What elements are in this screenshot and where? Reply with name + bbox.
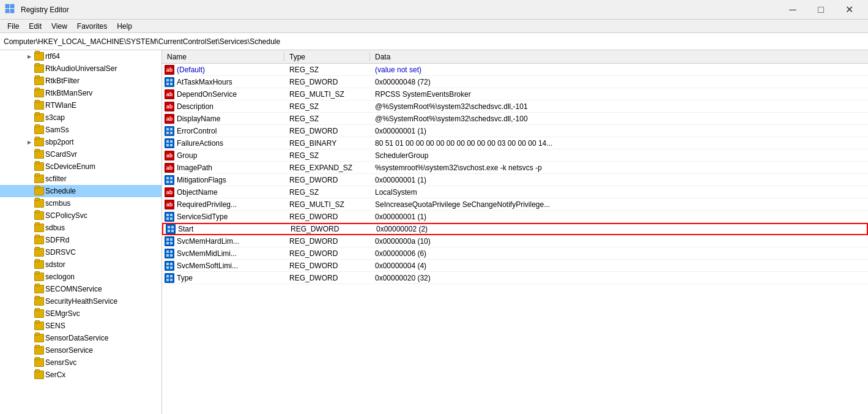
menu-file[interactable]: File — [2, 21, 24, 32]
tree-arrow-icon — [24, 358, 34, 367]
reg-cell-data: 0x00000004 (4) — [370, 262, 868, 270]
tree-item[interactable]: scmbus — [0, 197, 161, 209]
tree-item[interactable]: ▶sbp2port — [0, 136, 161, 148]
registry-row[interactable]: abGroupREG_SZSchedulerGroup — [162, 149, 868, 162]
folder-icon — [34, 260, 44, 269]
tree-item[interactable]: SECOMNService — [0, 283, 161, 295]
svg-rect-15 — [170, 144, 172, 146]
tree-item[interactable]: RtkAudioUniversalSer — [0, 62, 161, 75]
tree-item[interactable]: SensrSvc — [0, 356, 161, 369]
registry-row[interactable]: abDescriptionREG_SZ@%SystemRoot%\system3… — [162, 100, 868, 113]
svg-rect-17 — [170, 177, 172, 179]
registry-row[interactable]: StartREG_DWORD0x00000002 (2) — [162, 223, 868, 235]
reg-cell-type: REG_DWORD — [284, 127, 370, 135]
tree-item[interactable]: SensorDataService — [0, 332, 161, 344]
tree-arrow-icon — [24, 223, 34, 233]
reg-cell-data: 0x00000020 (32) — [370, 274, 868, 282]
tree-item[interactable]: SDFRd — [0, 234, 161, 246]
reg-cell-type: REG_SZ — [284, 115, 370, 123]
tree-item[interactable]: SecurityHealthService — [0, 295, 161, 307]
tree-item-label: SDFRd — [45, 236, 69, 244]
reg-cell-data: %systemroot%\system32\svchost.exe -k net… — [370, 164, 868, 172]
registry-row[interactable]: TypeREG_DWORD0x00000020 (32) — [162, 272, 868, 284]
registry-row[interactable]: abRequiredPrivileg...REG_MULTI_SZSeIncre… — [162, 198, 868, 211]
tree-item[interactable]: s3cap — [0, 111, 161, 124]
reg-cell-type: REG_DWORD — [284, 237, 370, 246]
registry-row[interactable]: SvcMemMidLimi...REG_DWORD0x00000006 (6) — [162, 247, 868, 260]
minimize-button[interactable]: ─ — [779, 0, 807, 20]
svg-rect-13 — [170, 140, 172, 143]
svg-rect-41 — [170, 275, 172, 277]
reg-icon-dw — [165, 249, 174, 258]
reg-cell-name: abRequiredPrivileg... — [162, 200, 284, 209]
reg-icon-dw — [165, 175, 174, 185]
menu-favorites[interactable]: Favorites — [72, 21, 112, 32]
menu-view[interactable]: View — [46, 21, 72, 32]
tree-panel[interactable]: ▶rtf64 RtkAudioUniversalSer RtkBtFilter … — [0, 50, 162, 414]
registry-row[interactable]: abObjectNameREG_SZLocalSystem — [162, 186, 868, 198]
reg-icon-ab: ab — [165, 89, 174, 99]
reg-cell-data: 0x00000001 (1) — [370, 127, 868, 135]
tree-item-label: seclogon — [45, 273, 75, 281]
reg-cell-data: 0x00000001 (1) — [370, 176, 868, 184]
menu-help[interactable]: Help — [112, 21, 137, 32]
col-header-name: Name — [162, 53, 284, 61]
tree-item[interactable]: scfilter — [0, 173, 161, 185]
tree-item[interactable]: SEMgrSvc — [0, 307, 161, 320]
tree-item[interactable]: SCPolicySvc — [0, 209, 161, 222]
tree-arrow-icon — [24, 247, 34, 257]
tree-item[interactable]: Schedule — [0, 185, 161, 197]
tree-item[interactable]: RtkBtFilter — [0, 75, 161, 87]
registry-row[interactable]: FailureActionsREG_BINARY80 51 01 00 00 0… — [162, 137, 868, 149]
reg-cell-name: abObjectName — [162, 187, 284, 197]
tree-item[interactable]: RtkBtManServ — [0, 87, 161, 99]
reg-icon-dw — [165, 126, 174, 136]
tree-item[interactable]: SCardSvr — [0, 148, 161, 160]
reg-icon-ab: ab — [165, 187, 174, 197]
tree-item[interactable]: ScDeviceEnum — [0, 160, 161, 173]
registry-table: ab(Default)REG_SZ(value not set)AtTaskMa… — [162, 64, 868, 284]
registry-row[interactable]: SvcMemHardLim...REG_DWORD0x0000000a (10) — [162, 235, 868, 247]
svg-rect-19 — [170, 181, 172, 183]
right-panel: Name Type Data ab(Default)REG_SZ(value n… — [162, 50, 868, 414]
svg-rect-24 — [168, 226, 170, 228]
tree-item[interactable]: SENS — [0, 320, 161, 332]
folder-icon — [34, 236, 44, 244]
tree-item[interactable]: SamSs — [0, 124, 161, 136]
svg-rect-2 — [6, 9, 9, 13]
registry-row[interactable]: abImagePathREG_EXPAND_SZ%systemroot%\sys… — [162, 162, 868, 174]
tree-item[interactable]: sdbus — [0, 222, 161, 234]
svg-rect-22 — [166, 217, 169, 220]
registry-row[interactable]: abDependOnServiceREG_MULTI_SZRPCSS Syste… — [162, 88, 868, 100]
registry-row[interactable]: ServiceSidTypeREG_DWORD0x00000001 (1) — [162, 211, 868, 223]
reg-cell-name: AtTaskMaxHours — [162, 77, 284, 87]
tree-item[interactable]: SDRSVC — [0, 246, 161, 258]
tree-item[interactable]: sdstor — [0, 258, 161, 271]
maximize-button[interactable]: □ — [807, 0, 835, 20]
registry-row[interactable]: ab(Default)REG_SZ(value not set) — [162, 64, 868, 76]
tree-item[interactable]: RTWlanE — [0, 99, 161, 111]
close-button[interactable]: ✕ — [835, 0, 863, 20]
menu-edit[interactable]: Edit — [24, 21, 46, 32]
address-bar: Computer\HKEY_LOCAL_MACHINE\SYSTEM\Curre… — [0, 33, 868, 50]
registry-row[interactable]: ErrorControlREG_DWORD0x00000001 (1) — [162, 125, 868, 137]
column-headers: Name Type Data — [162, 50, 868, 64]
tree-item[interactable]: SerCx — [0, 369, 161, 381]
tree-arrow-icon — [24, 321, 34, 331]
reg-cell-name: abImagePath — [162, 163, 284, 173]
reg-name-text: AtTaskMaxHours — [177, 78, 232, 86]
tree-arrow-icon — [24, 149, 34, 159]
registry-row[interactable]: abDisplayNameREG_SZ@%SystemRoot%\system3… — [162, 113, 868, 125]
reg-cell-type: REG_DWORD — [284, 213, 370, 221]
tree-item[interactable]: SensorService — [0, 344, 161, 356]
tree-arrow-icon — [24, 272, 34, 282]
tree-item[interactable]: seclogon — [0, 271, 161, 283]
folder-icon — [34, 358, 44, 367]
tree-item[interactable]: ▶rtf64 — [0, 50, 161, 62]
registry-row[interactable]: MitigationFlagsREG_DWORD0x00000001 (1) — [162, 174, 868, 186]
tree-item-label: RtkAudioUniversalSer — [45, 64, 117, 73]
address-path[interactable]: Computer\HKEY_LOCAL_MACHINE\SYSTEM\Curre… — [4, 37, 280, 46]
registry-row[interactable]: SvcMemSoftLimi...REG_DWORD0x00000004 (4) — [162, 260, 868, 272]
registry-row[interactable]: AtTaskMaxHoursREG_DWORD0x00000048 (72) — [162, 76, 868, 88]
reg-icon-dw — [165, 138, 174, 148]
